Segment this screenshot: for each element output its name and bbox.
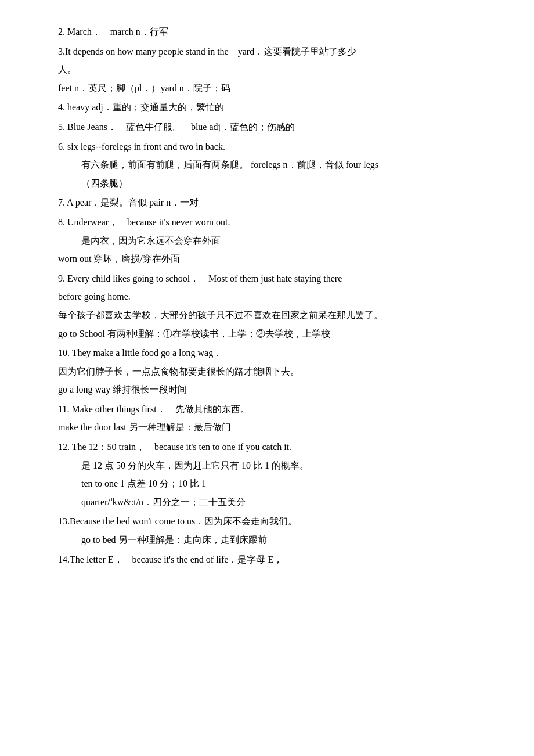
item-13-line-1: 13.Because the bed won't come to us．因为床不… [58, 513, 488, 530]
item-10: 10. They make a little food go a long wa… [58, 344, 488, 398]
item-13-line-2: go to bed 另一种理解是：走向床，走到床跟前 [58, 531, 488, 549]
item-3-line-3: feet n．英尺；脚（pl．）yard n．院子；码 [58, 80, 488, 97]
item-5-line-1: 5. Blue Jeans． 蓝色牛仔服。 blue adj．蓝色的；伤感的 [58, 118, 488, 136]
item-8-line-2: 是内衣，因为它永远不会穿在外面 [58, 232, 488, 250]
item-12: 12. The 12：50 train， because it's ten to… [58, 438, 488, 510]
item-13: 13.Because the bed won't come to us．因为床不… [58, 513, 488, 548]
item-8: 8. Underwear， because it's never worn ou… [58, 214, 488, 268]
item-5: 5. Blue Jeans． 蓝色牛仔服。 blue adj．蓝色的；伤感的 [58, 118, 488, 136]
item-7-line-1: 7. A pear．是梨。音似 pair n．一对 [58, 194, 488, 211]
item-11-line-2: make the door last 另一种理解是：最后做门 [58, 419, 488, 436]
item-11-line-1: 11. Make other things first． 先做其他的东西。 [58, 401, 488, 418]
item-11: 11. Make other things first． 先做其他的东西。 ma… [58, 401, 488, 436]
item-12-line-3: ten to one 1 点差 10 分；10 比 1 [58, 475, 488, 492]
item-9: 9. Every child likes going to school． Mo… [58, 270, 488, 342]
item-12-line-4: quarter/ˈkw&:t/n．四分之一；二十五美分 [58, 494, 488, 511]
item-3: 3.It depends on how many people stand in… [58, 43, 488, 97]
item-6-line-1: 6. six legs--forelegs in front and two i… [58, 138, 488, 156]
item-6: 6. six legs--forelegs in front and two i… [58, 138, 488, 192]
item-7: 7. A pear．是梨。音似 pair n．一对 [58, 194, 488, 211]
item-2: 2. March． march n．行军 [58, 23, 488, 41]
item-8-line-1: 8. Underwear， because it's never worn ou… [58, 214, 488, 231]
item-3-line-2: 人。 [58, 61, 488, 78]
item-12-line-1: 12. The 12：50 train， because it's ten to… [58, 438, 488, 456]
item-6-line-3: （四条腿） [58, 175, 488, 192]
item-10-line-1: 10. They make a little food go a long wa… [58, 344, 488, 362]
item-14-line-1: 14.The letter E， because it's the end of… [58, 551, 488, 568]
item-9-line-3: 每个孩子都喜欢去学校，大部分的孩子只不过不喜欢在回家之前呆在那儿罢了。 [58, 307, 488, 324]
main-content: 2. March． march n．行军 3.It depends on how… [58, 23, 488, 568]
item-8-line-3: worn out 穿坏，磨损/穿在外面 [58, 250, 488, 268]
item-4-line-1: 4. heavy adj．重的；交通量大的，繁忙的 [58, 99, 488, 116]
item-3-line-1: 3.It depends on how many people stand in… [58, 43, 488, 60]
item-9-line-1: 9. Every child likes going to school． Mo… [58, 270, 488, 287]
item-10-line-3: go a long way 维持很长一段时间 [58, 381, 488, 398]
item-14: 14.The letter E， because it's the end of… [58, 551, 488, 568]
item-4: 4. heavy adj．重的；交通量大的，繁忙的 [58, 99, 488, 116]
item-9-line-2: before going home. [58, 288, 488, 305]
item-2-line-1: 2. March． march n．行军 [58, 23, 488, 41]
item-12-line-2: 是 12 点 50 分的火车，因为赶上它只有 10 比 1 的概率。 [58, 457, 488, 474]
item-6-line-2: 有六条腿，前面有前腿，后面有两条腿。 forelegs n．前腿，音似 four… [58, 156, 488, 174]
item-9-line-4: go to School 有两种理解：①在学校读书，上学；②去学校，上学校 [58, 325, 488, 343]
item-10-line-2: 因为它们脖子长，一点点食物都要走很长的路才能咽下去。 [58, 363, 488, 380]
